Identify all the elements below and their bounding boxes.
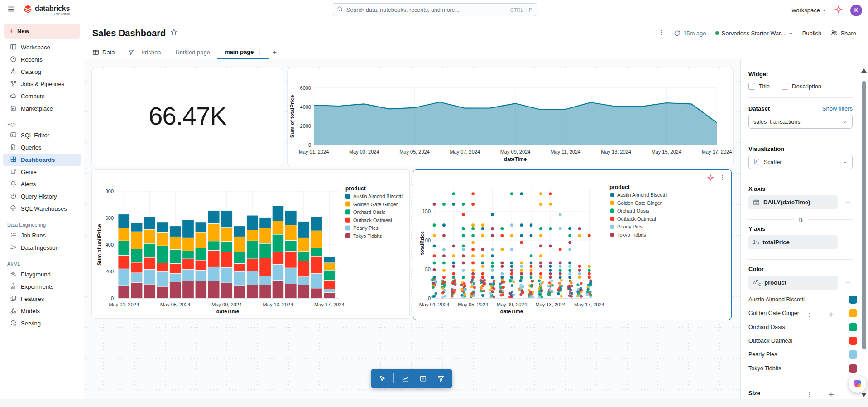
color-swatch[interactable]: [849, 309, 857, 317]
model-icon: [10, 307, 17, 315]
assistant-button[interactable]: [849, 375, 866, 393]
sidebar-item-alerts[interactable]: Alerts: [3, 178, 81, 190]
sidebar-item-genie[interactable]: Genie: [3, 166, 81, 178]
page-tab-bar: Data krishnaUntitled pagemain page +: [84, 46, 868, 59]
color-swatch[interactable]: [849, 364, 857, 373]
sidebar-item-workspace[interactable]: Workspace: [3, 41, 81, 53]
dashboard-canvas[interactable]: 66.47K 0200040006000May 01, 2024May 03, …: [84, 59, 740, 399]
svg-text:Pearly Pies: Pearly Pies: [617, 224, 643, 229]
checkbox-box[interactable]: [782, 83, 788, 90]
area-chart-widget[interactable]: 0200040006000May 01, 2024May 03, 2024May…: [287, 68, 734, 166]
x-axis-remove-icon[interactable]: –: [846, 198, 850, 206]
header-kebab-icon[interactable]: [658, 29, 665, 37]
color-mapping-row: Orchard Oasis: [748, 322, 857, 332]
color-mapping-row: Outback Oatmeal: [748, 336, 857, 346]
publish-button[interactable]: Publish: [802, 30, 822, 37]
sidebar-item-query-history[interactable]: Query History: [3, 190, 81, 203]
sidebar-item-sql-warehouses[interactable]: SQL Warehouses: [3, 203, 81, 215]
sidebar-item-jobs-pipelines[interactable]: Jobs & Pipelines: [3, 78, 81, 90]
sidebar-item-marketplace[interactable]: Marketplace: [3, 102, 81, 115]
tab-page-main-page[interactable]: main page: [217, 46, 269, 59]
color-swatch[interactable]: [849, 296, 857, 304]
panel-scrollbar[interactable]: [862, 81, 866, 349]
warehouse-selector[interactable]: Serverless Starter War...: [715, 30, 793, 37]
sidebar-item-experiments[interactable]: Experiments: [3, 281, 81, 293]
widget-kebab-icon[interactable]: [719, 174, 726, 183]
serving-icon: [10, 320, 17, 328]
sidebar-item-recents[interactable]: Recents: [3, 53, 81, 66]
stacked-bar-chart: 0200400600800May 01, 2024May 05, 2024May…: [92, 170, 409, 318]
widget-assistant-sparkle-icon[interactable]: [707, 174, 714, 183]
assistant-sparkle-icon[interactable]: [834, 5, 843, 16]
svg-text:totalPrice: totalPrice: [419, 231, 425, 255]
checkbox-box[interactable]: [748, 83, 755, 90]
svg-text:May 01, 2024: May 01, 2024: [299, 149, 329, 155]
title-checkbox[interactable]: Title: [748, 83, 770, 90]
new-button[interactable]: + New: [4, 24, 80, 39]
show-filters-link[interactable]: Show filters: [822, 105, 853, 112]
sidebar-item-playground[interactable]: Playground: [3, 268, 81, 281]
color-swatch[interactable]: [849, 350, 857, 359]
search-shortcut: CTRL + P: [510, 7, 532, 13]
grid-icon: [10, 156, 17, 164]
color-section-label: Color: [748, 266, 764, 272]
canvas-toolbar: [371, 369, 452, 388]
share-button[interactable]: Share: [830, 29, 856, 37]
color-remove-icon[interactable]: –: [846, 278, 850, 286]
visualization-select[interactable]: Scatter: [748, 155, 853, 169]
line-chart-icon[interactable]: [399, 372, 412, 385]
color-swatch[interactable]: [849, 323, 857, 331]
dataset-select[interactable]: sales_transactions: [748, 115, 853, 129]
sidebar-item-compute[interactable]: Compute: [3, 90, 81, 102]
y-axis-remove-icon[interactable]: –: [846, 237, 850, 246]
sidebar-item-catalog[interactable]: Catalog: [3, 66, 81, 78]
sidebar-item-dashboards[interactable]: Dashboards: [3, 154, 81, 166]
page-footer: [0, 399, 868, 407]
scatter-widget[interactable]: 050100150May 01, 2024May 05, 2024May 09,…: [413, 169, 732, 320]
global-search-input[interactable]: Search data, notebooks, recents, and mor…: [332, 3, 537, 16]
color-mapping-row: Pearly Pies: [748, 349, 857, 359]
sidebar-item-sql-editor[interactable]: SQL Editor: [3, 129, 81, 141]
text-box-icon[interactable]: [417, 372, 430, 385]
filter-icon[interactable]: [128, 49, 134, 56]
tab-separator: [121, 49, 121, 56]
terminal-icon: [10, 131, 17, 140]
tab-data[interactable]: Data: [92, 49, 115, 56]
svg-text:Tokyo Tidbits: Tokyo Tidbits: [617, 232, 646, 237]
sidebar-item-serving[interactable]: Serving: [3, 317, 81, 329]
counter-widget[interactable]: 66.47K: [91, 68, 283, 166]
scroll-down-arrow[interactable]: [861, 393, 867, 397]
sidebar-item-data-ingestion[interactable]: Data Ingestion: [3, 242, 81, 254]
user-avatar[interactable]: K: [850, 5, 862, 16]
y-axis-field-pill[interactable]: 1²₃ totalPrice: [748, 235, 838, 249]
color-mapping-row: Austin Almond Biscotti: [748, 295, 857, 305]
stacked-bar-widget[interactable]: 0200400600800May 01, 2024May 05, 2024May…: [91, 169, 410, 319]
chevron-down-icon: [842, 160, 848, 165]
sidebar-item-models[interactable]: Models: [3, 305, 81, 317]
widget-config-panel: Widget Title Description Dataset Show fi…: [740, 59, 868, 399]
x-axis-field-pill[interactable]: DAILY(dateTime): [748, 195, 838, 209]
sidebar-item-job-runs[interactable]: Job Runs: [3, 229, 81, 242]
svg-text:May 01, 2024: May 01, 2024: [109, 302, 139, 307]
hamburger-menu-icon[interactable]: [7, 5, 15, 15]
workspace-switcher[interactable]: workspace: [792, 7, 827, 14]
tab-kebab-icon[interactable]: [256, 49, 262, 55]
description-checkbox[interactable]: Description: [782, 83, 821, 90]
tab-page-untitled-page[interactable]: Untitled page: [168, 46, 217, 59]
sidebar-section-label: AI/ML: [0, 259, 84, 268]
filter-icon[interactable]: [435, 372, 447, 385]
sidebar-item-features[interactable]: Features: [3, 293, 81, 305]
databricks-logo[interactable]: databricks Free Edition: [24, 5, 70, 15]
svg-text:400: 400: [106, 242, 114, 247]
color-field-pill[interactable]: ABC product: [748, 276, 838, 290]
color-swatch[interactable]: [849, 337, 857, 345]
svg-text:May 11, 2024: May 11, 2024: [551, 149, 580, 155]
pointer-icon[interactable]: [376, 372, 388, 385]
scroll-up-arrow[interactable]: [861, 68, 867, 73]
swap-axes-icon[interactable]: [797, 216, 804, 223]
sidebar-item-queries[interactable]: Queries: [3, 141, 81, 154]
add-page-button[interactable]: +: [272, 48, 277, 57]
favorite-star-icon[interactable]: [170, 29, 177, 38]
tab-page-krishna[interactable]: krishna: [134, 46, 168, 59]
refresh-status[interactable]: 15m ago: [674, 30, 706, 37]
